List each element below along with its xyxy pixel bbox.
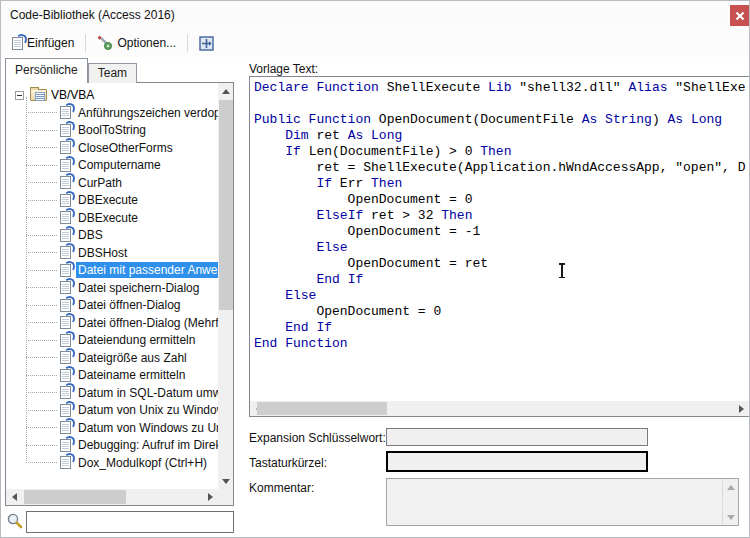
tree-item[interactable]: Datum von Unix zu Windows [6, 402, 218, 420]
tree-item-label: CloseOtherForms [76, 140, 175, 156]
insert-page-icon [12, 37, 23, 50]
tools-wrench-icon [97, 35, 113, 51]
folder-icon [30, 89, 47, 101]
tree-root-node[interactable]: VB/VBA [6, 86, 218, 104]
collapse-minus-icon[interactable] [15, 91, 24, 100]
tree-item-label: Datei speichern-Dialog [76, 280, 201, 296]
tree-item[interactable]: Datum von Windows zu Unix [6, 419, 218, 437]
titlebar: Code-Bibliothek (Access 2016) [1, 1, 749, 29]
tree-item-label: Computername [76, 157, 163, 173]
tab-team[interactable]: Team [88, 63, 137, 83]
dock-button[interactable] [192, 32, 221, 54]
scrollbar-thumb[interactable] [24, 490, 126, 504]
tree-item-label: CurPath [76, 175, 124, 191]
expansion-keyword-input[interactable] [386, 428, 648, 446]
code-snippet-icon [60, 456, 71, 469]
code-snippet-icon [60, 176, 71, 189]
tree-vertical-scrollbar[interactable] [218, 83, 234, 489]
tree-item-label: Dateiname ermitteln [76, 367, 187, 383]
toolbar: Einfügen Optionen... [1, 29, 749, 57]
tree-item-label: Datei öffnen-Dialog [76, 297, 183, 313]
tree-connector-line [26, 97, 27, 463]
tree-root-label: VB/VBA [51, 88, 94, 102]
tree-item-label: Datum von Windows zu Unix [76, 420, 218, 436]
tree-item[interactable]: Debugging: Aufruf im Direktf [6, 437, 218, 455]
comment-textarea[interactable] [386, 478, 739, 526]
tree-item[interactable]: Dox_Modulkopf (Ctrl+H) [6, 454, 218, 472]
tree-item-label: DBSHost [76, 245, 129, 261]
search-row [5, 510, 234, 534]
tree-horizontal-scrollbar[interactable] [6, 489, 218, 505]
tree-item[interactable]: Datei öffnen-Dialog [6, 297, 218, 315]
tree-item[interactable]: Dateiendung ermitteln [6, 332, 218, 350]
close-button[interactable] [730, 5, 750, 26]
search-input[interactable] [26, 511, 234, 533]
code-snippet-icon [60, 229, 71, 242]
tree-item[interactable]: Datei speichern-Dialog [6, 279, 218, 297]
code-snippet-icon [60, 334, 71, 347]
shortcut-input[interactable] [386, 451, 648, 472]
tree-item[interactable]: CloseOtherForms [6, 139, 218, 157]
shortcut-label: Tastaturkürzel: [249, 456, 327, 470]
comment-vertical-scrollbar[interactable] [722, 479, 738, 525]
tree-item[interactable]: CurPath [6, 174, 218, 192]
scrollbar-thumb[interactable] [219, 100, 233, 310]
tree-item[interactable]: Dateigröße aus Zahl [6, 349, 218, 367]
scroll-up-button[interactable] [218, 83, 234, 99]
scroll-down-button[interactable] [218, 473, 234, 489]
code-text: Declare Function ShellExecute Lib "shell… [254, 80, 749, 352]
options-button[interactable]: Optionen... [90, 32, 183, 54]
scroll-up-button[interactable] [723, 479, 739, 495]
tree-item-label: Anführungszeichen verdopp [76, 105, 218, 121]
code-snippet-icon [60, 106, 71, 119]
tree-item-label: Datum von Unix zu Windows [76, 402, 218, 418]
tree-item[interactable]: DBExecute [6, 209, 218, 227]
tree-item[interactable]: DBExecute [6, 192, 218, 210]
tree-item[interactable]: Datei öffnen-Dialog (Mehrfac [6, 314, 218, 332]
tree-item-label: DBExecute [76, 192, 140, 208]
tree-item[interactable]: DBSHost [6, 244, 218, 262]
arrow-up-icon [727, 485, 735, 490]
tree-item-label: DBS [76, 227, 105, 243]
vorlage-text-label: Vorlage Text: [249, 62, 318, 76]
scroll-down-button[interactable] [723, 509, 739, 525]
arrow-right-icon [208, 493, 213, 501]
scroll-right-button[interactable] [733, 401, 749, 416]
tree-item[interactable]: Anführungszeichen verdopp [6, 104, 218, 122]
tree-item-label: Datei mit passender Anwend [76, 262, 218, 278]
code-snippet-icon [60, 421, 71, 434]
code-snippet-icon [60, 351, 71, 364]
toolbar-separator [187, 34, 188, 52]
code-snippet-icon [60, 299, 71, 312]
tab-persoenliche[interactable]: Persönliche [5, 58, 88, 83]
tree-item-label: Dox_Modulkopf (Ctrl+H) [76, 455, 209, 471]
dock-window-icon [199, 36, 214, 51]
tree-item-label: Datum in SQL-Datum umwan [76, 385, 218, 401]
arrow-down-icon [222, 479, 230, 484]
code-snippet-icon [60, 439, 71, 452]
tree-item-label: DBExecute [76, 210, 140, 226]
insert-button-label: Einfügen [27, 36, 74, 50]
scrollbar-thumb[interactable] [257, 402, 387, 415]
tree-item[interactable]: DBS [6, 227, 218, 245]
tree-item[interactable]: Datum in SQL-Datum umwan [6, 384, 218, 402]
code-snippet-icon [60, 194, 71, 207]
code-editor[interactable]: Declare Function ShellExecute Lib "shell… [249, 76, 750, 417]
tree-item[interactable]: Computername [6, 157, 218, 175]
tree-item[interactable]: BoolToString [6, 122, 218, 140]
toolbar-separator [85, 34, 86, 52]
scroll-right-button[interactable] [202, 489, 218, 505]
tree-item-label: Dateigröße aus Zahl [76, 350, 189, 366]
code-snippet-icon [60, 141, 71, 154]
tree-item[interactable]: Datei mit passender Anwend [6, 262, 218, 280]
insert-button[interactable]: Einfügen [5, 32, 81, 54]
scrollbar-corner [218, 489, 234, 505]
expansion-keyword-label: Expansion Schlüsselwort: [249, 431, 386, 445]
code-snippet-icon [60, 369, 71, 382]
code-horizontal-scrollbar[interactable] [250, 401, 749, 416]
arrow-down-icon [727, 515, 735, 520]
tree-item[interactable]: Dateiname ermitteln [6, 367, 218, 385]
code-snippet-icon [60, 264, 71, 277]
scroll-left-button[interactable] [6, 489, 22, 505]
code-tree: VB/VBA Anführungszeichen verdoppBoolToSt… [5, 82, 234, 506]
